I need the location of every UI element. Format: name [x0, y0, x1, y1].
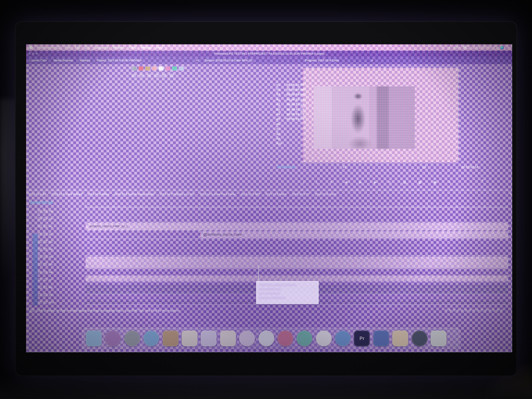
menu-item[interactable]: Help	[156, 46, 163, 49]
track-mute-icon[interactable]	[44, 293, 47, 296]
bin-icon[interactable]	[169, 74, 174, 77]
color-chip[interactable]	[159, 66, 164, 70]
dock-item[interactable]	[412, 330, 427, 346]
playhead[interactable]	[258, 266, 259, 283]
audio-clip-a1[interactable]	[200, 231, 508, 238]
bin-icon[interactable]	[139, 74, 144, 77]
dock-item[interactable]	[278, 330, 293, 346]
sequence-tab[interactable]: 2015.10.6 H7	[292, 192, 310, 196]
track-mute-icon[interactable]	[44, 248, 47, 251]
track-lock-icon[interactable]	[38, 255, 42, 258]
tab-source-monitor[interactable]: Source: 2015.05.10.6 Color 50%_01	[205, 59, 253, 62]
dock-item[interactable]	[220, 330, 236, 346]
menu-item[interactable]: Titles	[129, 46, 136, 49]
program-panel-menu-icon[interactable]: ≡	[371, 59, 373, 62]
track-mute-icon[interactable]	[44, 217, 47, 220]
track-lock-icon[interactable]	[38, 286, 42, 289]
sequence-tab[interactable]: 2015.10.9 Carole Houle Model	[114, 192, 154, 196]
dock-item[interactable]	[373, 330, 389, 346]
bin-icon[interactable]	[154, 74, 159, 77]
dock-item[interactable]	[201, 330, 217, 346]
track-header[interactable]: A7	[27, 276, 86, 283]
menu-item[interactable]: Edit	[75, 46, 80, 49]
dock-item[interactable]	[124, 330, 140, 346]
bin-icon[interactable]	[162, 74, 166, 77]
spotlight-icon[interactable]	[494, 46, 497, 49]
window-controls[interactable]	[29, 53, 38, 55]
panel-tab[interactable]: Markers	[80, 59, 90, 62]
color-chip[interactable]	[132, 66, 137, 70]
track-mute-icon[interactable]	[44, 240, 47, 243]
track-lock-icon[interactable]	[38, 271, 42, 273]
track-mute-icon[interactable]	[44, 225, 47, 228]
dock-item[interactable]	[431, 330, 447, 346]
panel-tab[interactable]: Project: 2015.00.6 SUR VIRGINIA	[97, 59, 142, 62]
panel-tab[interactable]: Lumetri Color	[29, 59, 47, 62]
color-chip[interactable]	[172, 66, 177, 70]
dock-item[interactable]	[393, 330, 408, 346]
track-mute-icon[interactable]	[44, 233, 47, 235]
transport-button[interactable]: ▶	[359, 181, 362, 184]
track-header[interactable]: A2	[27, 238, 86, 245]
track-lock-icon[interactable]	[38, 248, 42, 251]
battery-icon[interactable]	[463, 46, 469, 49]
track-mute-icon[interactable]	[44, 255, 47, 258]
clip-label[interactable]: A019003_160013_P4RF_10_1	[89, 225, 128, 228]
dock-item[interactable]	[335, 330, 351, 346]
color-chip[interactable]	[165, 66, 170, 70]
track-mute-icon[interactable]	[44, 301, 47, 304]
sequence-tab[interactable]: 2015.10.1 B7	[29, 192, 46, 196]
status-icon[interactable]: ↻	[442, 46, 444, 49]
transport-button[interactable]: ▶	[374, 181, 376, 184]
color-chip[interactable]	[145, 66, 150, 70]
dock-item[interactable]	[86, 330, 102, 346]
menu-item[interactable]: Premiere Pro CC	[37, 46, 61, 49]
dock-item[interactable]	[316, 330, 332, 346]
track-lock-icon[interactable]	[38, 293, 42, 296]
transport-button[interactable]: ↻	[388, 181, 391, 184]
dock-item[interactable]	[297, 330, 312, 346]
menu-clock[interactable]: Sun 8:35 PM	[472, 46, 491, 49]
sequence-tab[interactable]: 2015.10.5 4E5	[241, 192, 260, 196]
notification-center-icon[interactable]: ≡	[507, 46, 509, 49]
video-clip-v1[interactable]	[86, 223, 508, 230]
track-header[interactable]: A6	[27, 268, 86, 276]
siri-icon[interactable]	[500, 46, 504, 49]
track-header[interactable]: A8	[27, 283, 86, 291]
color-chip[interactable]	[179, 66, 184, 70]
timeline-timecode[interactable]: 00:04:03:16	[30, 200, 53, 205]
track-mute-icon[interactable]	[44, 263, 47, 266]
track-header[interactable]: V1	[27, 223, 86, 230]
timeline-panel-menu-icon[interactable]: ≡	[510, 192, 512, 196]
menu-status-icons[interactable]: ↻◄	[442, 46, 450, 49]
dock-item[interactable]	[163, 330, 178, 346]
fit-dropdown[interactable]: Fit	[343, 165, 346, 169]
track-header[interactable]: A3	[27, 245, 86, 253]
menu-item[interactable]: Window	[140, 46, 152, 49]
transport-button[interactable]: ▣	[433, 181, 437, 184]
color-chip[interactable]	[139, 66, 143, 70]
track-header[interactable]: V3	[27, 207, 86, 215]
track-header[interactable]: V2	[27, 215, 86, 223]
panel-tab[interactable]: Media Browser	[53, 59, 73, 62]
track-header[interactable]: A4	[27, 253, 86, 261]
sequence-tab[interactable]: 2015.10.6 Uncle	[315, 192, 336, 196]
track-header[interactable]: A10	[27, 299, 86, 306]
add-panel-button[interactable]: +	[481, 178, 483, 182]
dock-item[interactable]	[105, 330, 121, 346]
track-lock-icon[interactable]	[38, 210, 42, 213]
track-mute-icon[interactable]	[44, 286, 47, 289]
transport-button[interactable]: ▼	[329, 181, 333, 184]
track-lock-icon[interactable]	[38, 263, 42, 266]
sequence-tab[interactable]: 2015.10.3 Dave Gilliard	[51, 192, 82, 196]
track-mute-icon[interactable]	[44, 278, 47, 281]
track-header[interactable]: A1	[27, 230, 86, 238]
sequence-tab[interactable]: 2015.10.5 Anna Paul Parks	[200, 192, 236, 196]
sequence-tab[interactable]: 2015.10.6 Marie	[265, 192, 287, 196]
track-mute-icon[interactable]	[44, 271, 47, 273]
bin-icon[interactable]	[147, 74, 151, 77]
color-chip[interactable]	[152, 66, 157, 70]
transport-button[interactable]: }	[317, 181, 317, 184]
dock-item[interactable]	[182, 330, 197, 346]
transport-button[interactable]: ◀	[345, 181, 347, 184]
